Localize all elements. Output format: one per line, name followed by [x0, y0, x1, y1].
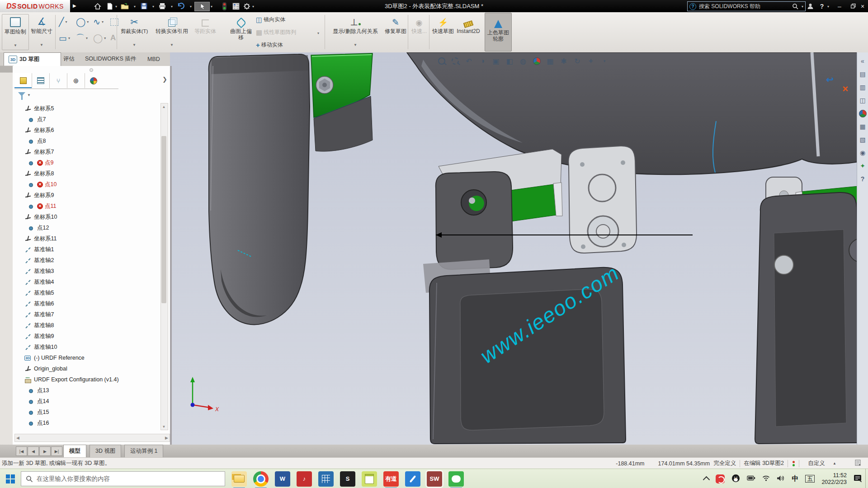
filter-funnel-icon[interactable]	[18, 92, 25, 96]
ellipse-tool-button[interactable]: ◯▾	[93, 34, 106, 42]
tab-mbd[interactable]: MBD	[143, 52, 165, 66]
tree-item[interactable]: 点11	[13, 201, 159, 211]
tree-item[interactable]: 基准轴5	[13, 287, 159, 298]
taskbar-app[interactable]	[253, 471, 269, 487]
tree-vertical-scrollbar[interactable]: ▲ ▼	[160, 103, 168, 430]
tree-item[interactable]: 点10	[13, 179, 159, 190]
section-view-icon[interactable]: ◑	[477, 56, 487, 66]
tree-item[interactable]: 点16	[13, 418, 159, 428]
text-tool-button[interactable]: A	[110, 34, 116, 42]
repair-sketch-button[interactable]: ✎ 修复草图	[384, 14, 407, 49]
previous-view-icon[interactable]: ↶	[464, 56, 474, 66]
taskbar-search-box[interactable]: 在这里输入你要搜索的内容	[21, 471, 225, 486]
close-button[interactable]: ×	[857, 0, 868, 12]
first-tab-icon[interactable]: |◀	[16, 446, 27, 456]
tree-item[interactable]: 基准轴1	[13, 244, 159, 255]
trim-entities-button[interactable]: ✂ 剪裁实体(T) ▼	[118, 14, 150, 49]
taskbar-app[interactable]: W	[275, 471, 290, 487]
shaded-sketch-contours-button[interactable]: 上色草图轮廓	[485, 13, 512, 52]
help-search-box[interactable]: ? 搜索 SOLIDWORKS 帮助 ▾	[687, 1, 806, 11]
volume-icon[interactable]	[777, 475, 785, 483]
view-settings-icon[interactable]: ✱	[559, 56, 569, 66]
custom-properties-icon[interactable]: ▧	[858, 135, 867, 144]
tree-item[interactable]: 坐标系5	[13, 103, 159, 114]
tree-item[interactable]: 基准轴2	[13, 255, 159, 266]
display-delete-relations-button[interactable]: ⊥ 显示/删除几何关系 ▼	[327, 14, 383, 49]
confirm-corner-icon[interactable]: ↩	[826, 74, 834, 85]
cancel-sketch-icon[interactable]: ×	[842, 83, 848, 95]
tree-item[interactable]: 坐标系11	[13, 233, 159, 244]
appearances-icon[interactable]	[858, 109, 867, 118]
battery-icon[interactable]	[747, 475, 755, 482]
print-caret-icon[interactable]: ▾	[171, 5, 173, 9]
move-entities-button[interactable]: + 移动实体	[256, 41, 283, 49]
home-icon[interactable]	[93, 2, 102, 10]
taskbar-app[interactable]	[448, 471, 464, 487]
last-tab-icon[interactable]: ▶|	[51, 446, 62, 456]
tab-3d-sketch[interactable]: 3D 3D 草图	[4, 52, 61, 66]
help-caret-icon[interactable]: ▾	[827, 5, 829, 9]
wifi-icon[interactable]	[762, 475, 770, 483]
tab-displaymanager[interactable]: ⊕	[67, 73, 85, 88]
linear-pattern-button[interactable]: ▦ 线性草图阵列	[256, 28, 296, 36]
quick-snaps-button[interactable]: ◉ 快速...	[410, 14, 429, 49]
line-tool-button[interactable]: ╱▾	[59, 18, 67, 26]
trim-caret-icon[interactable]: ▼	[132, 42, 136, 48]
offset-entities-button[interactable]: 等距实体	[193, 14, 217, 49]
taskbar-clock[interactable]: 11:52 2022/2/23	[821, 472, 847, 486]
convert-caret-icon[interactable]: ▼	[170, 42, 174, 48]
pattern-box-button[interactable]	[110, 19, 118, 26]
tab-evaluate[interactable]: 评估	[59, 52, 79, 66]
tree-horizontal-scrollbar[interactable]: ◀ ▶	[14, 434, 170, 442]
taskbar-app[interactable]	[405, 471, 420, 487]
sketch-button[interactable]: 草图绘制 ▼	[2, 14, 29, 50]
ime-indicator[interactable]: 中	[792, 474, 798, 483]
tree-item[interactable]: 坐标系8	[13, 168, 159, 179]
solidworks-logo[interactable]: DS SOLID WORKS	[0, 0, 70, 12]
apply-scene-icon[interactable]: ▦	[545, 56, 555, 66]
qq-browser-icon[interactable]	[716, 474, 725, 483]
tree-item[interactable]: 基准轴3	[13, 266, 159, 277]
custom-caret-icon[interactable]: ▲	[833, 461, 836, 465]
qq-penguin-icon[interactable]	[731, 474, 740, 484]
taskbar-app[interactable]	[318, 471, 334, 487]
logo-expand-icon[interactable]: ▶	[73, 3, 76, 8]
options-list-icon[interactable]	[231, 2, 241, 10]
settings-caret-icon[interactable]: ▾	[252, 5, 254, 9]
tag-icon[interactable]	[854, 459, 862, 468]
zoom-to-area-icon[interactable]	[450, 56, 460, 66]
tab-model[interactable]: 模型	[63, 445, 86, 457]
tab-dimxpertmanager[interactable]	[85, 73, 102, 88]
tray-expand-icon[interactable]	[703, 476, 710, 483]
tree-item[interactable]: 基准轴10	[13, 342, 159, 352]
custom-view-dropdown[interactable]: 自定义	[803, 460, 830, 467]
search-icon[interactable]	[792, 3, 799, 10]
rapid-sketch-button[interactable]: ⚡ 快速草图	[431, 14, 455, 49]
tree-item[interactable]: 点9	[13, 157, 159, 168]
smart-dimension-button[interactable]: ∡ 智能尺寸 ▼	[29, 14, 54, 49]
edit-appearance-icon[interactable]	[532, 56, 542, 66]
scroll-right-icon[interactable]: ▶	[165, 436, 168, 440]
surface-offset-button[interactable]: 曲面上偏移	[229, 14, 253, 49]
tree-item[interactable]: 坐标系9	[13, 190, 159, 201]
scroll-up-icon[interactable]: ▲	[161, 103, 167, 110]
taskbar-app[interactable]: 有道	[383, 471, 399, 487]
next-tab-icon[interactable]: ▶	[39, 446, 51, 456]
new-document-icon[interactable]	[105, 2, 114, 10]
tree-item[interactable]: (-) URDF Reference	[13, 352, 159, 363]
graphics-viewport[interactable]: X www.ieeoo.com ↶ ◑ ▣ ◧ ◍ ▦ ✱ ↻ + ▾ ↩ ×	[170, 52, 868, 445]
save-caret-icon[interactable]: ▾	[152, 5, 154, 9]
tab-motion-study[interactable]: 运动算例 1	[124, 445, 163, 457]
panel-expand-icon[interactable]: ❯	[162, 76, 167, 83]
notification-center-icon[interactable]	[854, 474, 863, 483]
scroll-left-icon[interactable]: ◀	[16, 436, 19, 440]
minimize-button[interactable]: –	[833, 0, 846, 12]
pan-icon[interactable]: +	[586, 56, 596, 66]
tab-configurationmanager[interactable]: ⑂	[50, 73, 67, 88]
subscription-icon[interactable]: ✦	[858, 161, 867, 170]
tree-item[interactable]: 点14	[13, 396, 159, 407]
panel-handle-icon[interactable]	[90, 68, 93, 72]
settings-gear-icon[interactable]	[242, 2, 251, 10]
help-menu-icon[interactable]: ?	[817, 2, 826, 10]
print-icon[interactable]	[158, 2, 167, 10]
